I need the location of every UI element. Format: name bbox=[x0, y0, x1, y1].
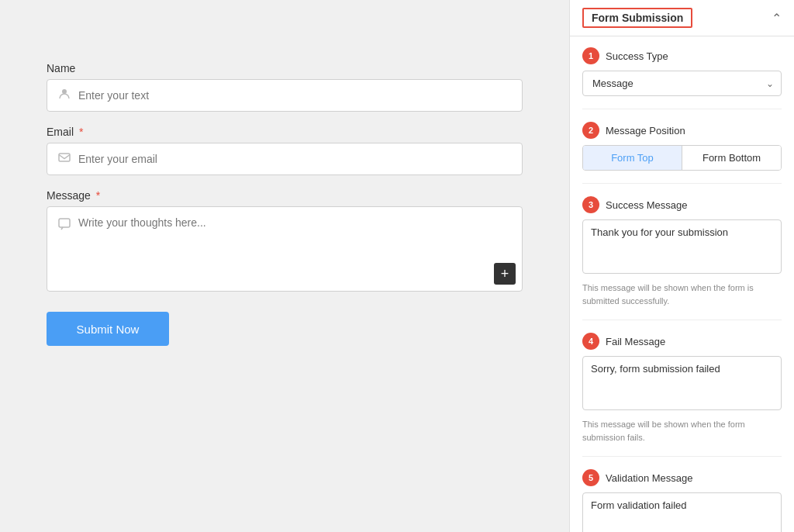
success-type-label-row: 1 Success Type bbox=[582, 47, 782, 64]
message-input-wrapper: + bbox=[47, 206, 523, 292]
name-input-wrapper bbox=[47, 79, 523, 112]
success-message-textarea[interactable]: Thank you for your submission bbox=[582, 219, 782, 274]
message-label: Message * bbox=[47, 189, 523, 202]
divider-1 bbox=[582, 109, 782, 109]
message-field-group: Message * + bbox=[47, 189, 523, 292]
fail-message-hint: This message will be shown when the form… bbox=[582, 418, 782, 444]
form-bottom-button[interactable]: Form Bottom bbox=[682, 146, 781, 170]
email-input-wrapper bbox=[47, 143, 523, 175]
message-position-label-row: 2 Message Position bbox=[582, 122, 782, 139]
name-label: Name bbox=[47, 62, 523, 74]
success-message-title: Success Message bbox=[606, 199, 688, 211]
fail-message-textarea[interactable]: Sorry, form submission failed bbox=[582, 356, 782, 410]
email-input[interactable] bbox=[78, 153, 511, 165]
divider-3 bbox=[582, 320, 782, 320]
success-type-select[interactable]: Message Redirect bbox=[582, 71, 782, 96]
success-message-section: 3 Success Message Thank you for your sub… bbox=[582, 196, 782, 307]
step-4-badge: 4 bbox=[582, 333, 599, 350]
step-2-badge: 2 bbox=[582, 122, 599, 139]
settings-panel: Form Submission ⌃ 1 Success Type Message… bbox=[569, 0, 794, 532]
success-message-label-row: 3 Success Message bbox=[582, 196, 782, 213]
message-textarea[interactable] bbox=[78, 216, 511, 283]
person-icon bbox=[58, 88, 71, 103]
fail-message-section: 4 Fail Message Sorry, form submission fa… bbox=[582, 333, 782, 444]
panel-body: 1 Success Type Message Redirect ⌄ 2 Mess… bbox=[570, 36, 794, 532]
add-field-button[interactable]: + bbox=[494, 263, 516, 285]
name-input[interactable] bbox=[78, 89, 511, 102]
message-position-title: Message Position bbox=[606, 125, 685, 136]
validation-message-textarea[interactable]: Form validation failed bbox=[582, 492, 782, 532]
success-type-select-wrapper: Message Redirect ⌄ bbox=[582, 71, 782, 96]
submit-button[interactable]: Submit Now bbox=[47, 312, 169, 346]
position-toggle-group: Form Top Form Bottom bbox=[582, 145, 782, 171]
message-position-section: 2 Message Position Form Top Form Bottom bbox=[582, 122, 782, 171]
name-field-group: Name bbox=[47, 62, 523, 112]
form-top-button[interactable]: Form Top bbox=[583, 146, 682, 170]
success-type-section: 1 Success Type Message Redirect ⌄ bbox=[582, 47, 782, 96]
step-3-badge: 3 bbox=[582, 196, 599, 213]
svg-rect-2 bbox=[59, 219, 70, 227]
success-type-title: Success Type bbox=[606, 50, 668, 62]
form-preview-panel: Name Email * Mess bbox=[0, 0, 569, 532]
email-required: * bbox=[79, 126, 83, 138]
panel-header: Form Submission ⌃ bbox=[570, 0, 794, 36]
message-required: * bbox=[96, 189, 100, 202]
chat-icon bbox=[58, 218, 71, 233]
validation-message-label-row: 5 Validation Message bbox=[582, 469, 782, 486]
collapse-icon[interactable]: ⌃ bbox=[772, 11, 782, 26]
step-1-badge: 1 bbox=[582, 47, 599, 64]
svg-point-0 bbox=[62, 89, 67, 94]
email-field-group: Email * bbox=[47, 126, 523, 175]
validation-message-section: 5 Validation Message Form validation fai… bbox=[582, 469, 782, 532]
fail-message-label-row: 4 Fail Message bbox=[582, 333, 782, 350]
svg-rect-1 bbox=[59, 154, 70, 161]
email-icon bbox=[58, 151, 71, 167]
divider-2 bbox=[582, 183, 782, 184]
success-message-hint: This message will be shown when the form… bbox=[582, 282, 782, 307]
step-5-badge: 5 bbox=[582, 469, 599, 486]
fail-message-title: Fail Message bbox=[606, 336, 665, 347]
email-label: Email * bbox=[47, 126, 523, 138]
panel-title: Form Submission bbox=[582, 8, 692, 28]
validation-message-title: Validation Message bbox=[606, 472, 693, 484]
divider-4 bbox=[582, 456, 782, 457]
